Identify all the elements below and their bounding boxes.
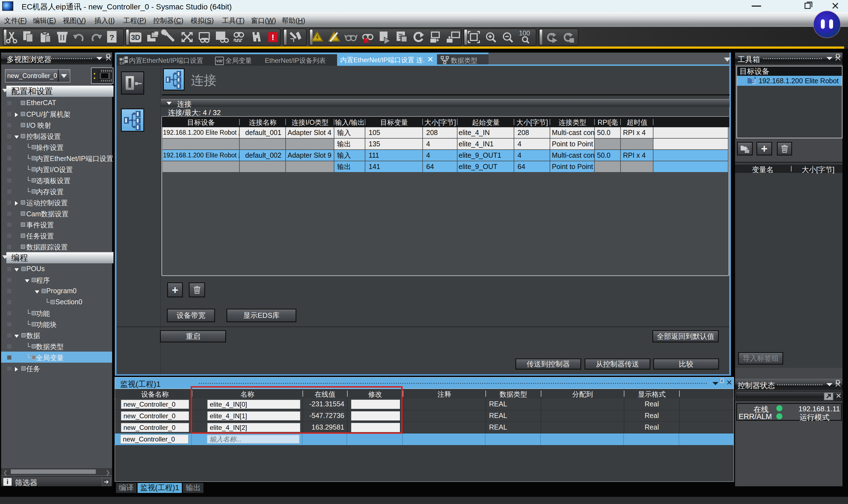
svg-text:3D: 3D [131, 33, 140, 41]
svg-text:?: ? [109, 33, 114, 42]
svg-text:100: 100 [519, 29, 530, 37]
svg-text:!: ! [271, 33, 274, 42]
svg-text:EIP: EIP [120, 61, 125, 65]
